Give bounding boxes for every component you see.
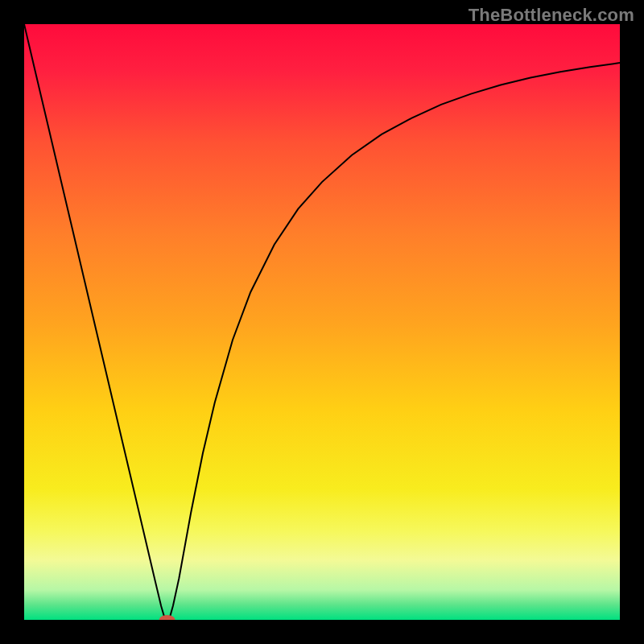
watermark-text: TheBottleneck.com bbox=[469, 5, 634, 26]
plot-area bbox=[24, 24, 620, 620]
chart-frame: TheBottleneck.com bbox=[0, 0, 644, 644]
chart-svg bbox=[24, 24, 620, 620]
gradient-background bbox=[24, 24, 620, 620]
